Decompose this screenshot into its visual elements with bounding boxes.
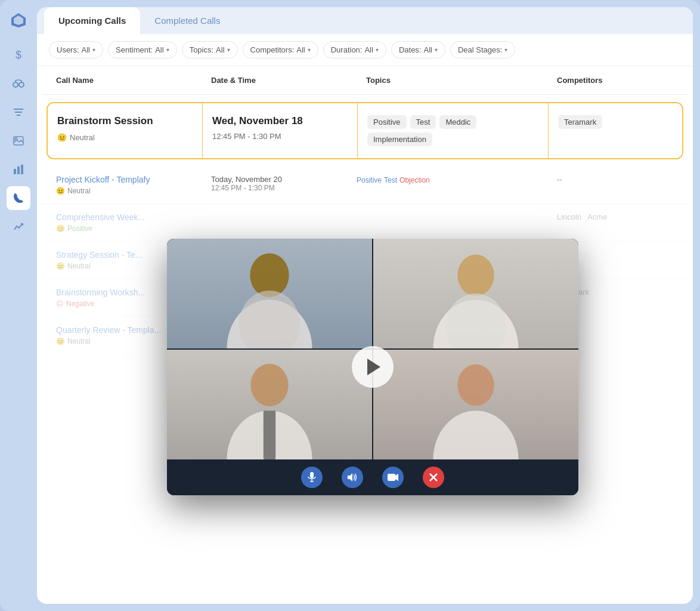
row2-competitors: Lincoln Acme (547, 204, 693, 241)
col-competitors: Competitors (552, 73, 693, 87)
competitor-teramark: Teramark (558, 115, 602, 129)
svg-marker-26 (348, 473, 352, 482)
col-call-name: Call Name (51, 73, 206, 87)
table-row[interactable]: Project Kickoff - Templafy 😐 Neutral Tod… (42, 166, 688, 204)
svg-point-15 (457, 255, 494, 297)
sidebar: $ (0, 0, 37, 611)
analytics-icon[interactable] (7, 215, 30, 239)
highlighted-topics-cell: Positive Test Meddic Implementation (358, 103, 549, 158)
filter-sentiment[interactable]: Sentiment: All ▾ (108, 41, 177, 58)
competitors-list: Teramark (558, 115, 683, 129)
dollar-icon[interactable]: $ (7, 43, 30, 67)
app-logo (8, 10, 29, 31)
row1-date-cell: Today, November 20 12:45 PM - 1:30 PM (202, 166, 357, 203)
highlighted-call-name-cell: Brainstorm Session 😐 Neutral (48, 103, 203, 158)
highlighted-time: 12:45 PM - 1:30 PM (212, 132, 348, 141)
row1-topic-objection: Objection (399, 175, 430, 186)
row1-topic-positive: Positive (357, 175, 382, 186)
video-overlay (167, 239, 578, 495)
filter-users[interactable]: Users: All ▾ (49, 41, 103, 58)
filter-topics[interactable]: Topics: All ▾ (182, 41, 238, 58)
row1-sentiment: 😐 Neutral (56, 187, 192, 195)
video-participant-2 (373, 239, 578, 348)
image-icon[interactable] (7, 129, 30, 153)
filters-bar: Users: All ▾ Sentiment: All ▾ Topics: Al… (37, 34, 693, 66)
filter-competitors[interactable]: Competitors: All ▾ (243, 41, 318, 58)
row1-name-cell: Project Kickoff - Templafy 😐 Neutral (47, 166, 202, 203)
speaker-button[interactable] (342, 467, 363, 488)
svg-point-2 (13, 82, 18, 87)
highlighted-date: Wed, November 18 (212, 115, 348, 127)
app-container: $ (0, 0, 700, 611)
col-topics: Topics (361, 73, 552, 87)
mic-button[interactable] (301, 467, 323, 488)
col-date-time: Date & Time (206, 73, 361, 87)
highlighted-call-name: Brainstorm Session (57, 115, 193, 127)
video-participant-3 (167, 350, 372, 459)
chevron-down-icon: ▾ (227, 47, 230, 53)
row1-competitors: -- (547, 166, 693, 203)
filter-dealstages[interactable]: Deal Stages: ▾ (450, 41, 515, 58)
phone-icon[interactable] (7, 186, 30, 210)
chevron-down-icon: ▾ (92, 47, 95, 53)
row2-topics (357, 204, 547, 241)
svg-point-14 (239, 291, 300, 348)
video-participant-4 (373, 350, 578, 459)
row1-topic-test: Test (384, 175, 397, 186)
row1-call-name: Project Kickoff - Templafy (56, 175, 192, 184)
svg-point-18 (250, 364, 288, 407)
highlighted-competitors-cell: Teramark (549, 103, 683, 158)
highlighted-sentiment: 😐 Neutral (57, 133, 193, 142)
camera-button[interactable] (382, 467, 404, 488)
end-call-button[interactable] (423, 467, 444, 488)
svg-point-3 (19, 82, 24, 87)
topic-positive: Positive (367, 115, 407, 129)
tab-completed[interactable]: Completed Calls (140, 7, 234, 34)
video-controls (167, 459, 578, 495)
svg-rect-9 (14, 169, 16, 174)
filter-icon[interactable] (7, 100, 30, 124)
svg-rect-23 (310, 472, 314, 478)
table-header: Call Name Date & Time Topics Competitors (42, 66, 688, 95)
topic-meddic: Meddic (439, 115, 476, 129)
table-row[interactable]: Comprehensive Week... 😊 Positive Lincoln… (42, 204, 688, 242)
svg-rect-27 (388, 474, 395, 481)
filter-duration[interactable]: Duration: All ▾ (323, 41, 386, 58)
chevron-down-icon: ▾ (376, 47, 379, 53)
row1-topics: Positive Test Objection (357, 166, 547, 203)
svg-rect-11 (21, 165, 23, 174)
row2-call-name: Comprehensive Week... (56, 212, 192, 222)
svg-point-17 (445, 294, 506, 348)
row2-sentiment: 😊 Positive (56, 224, 192, 233)
svg-point-21 (457, 365, 494, 406)
highlighted-row[interactable]: Brainstorm Session 😐 Neutral Wed, Novemb… (47, 102, 683, 159)
topic-implementation: Implementation (367, 132, 432, 146)
binoculars-icon[interactable] (7, 72, 30, 95)
bar-chart-icon[interactable] (7, 158, 30, 181)
filter-dates[interactable]: Dates: All ▾ (391, 41, 445, 58)
svg-marker-28 (395, 474, 398, 481)
highlighted-datetime-cell: Wed, November 18 12:45 PM - 1:30 PM (203, 103, 358, 158)
chevron-down-icon: ▾ (308, 47, 311, 53)
neutral-icon: 😐 (57, 133, 67, 142)
play-button[interactable] (352, 346, 394, 388)
svg-point-22 (433, 411, 518, 459)
topics-list: Positive Test Meddic Implementation (367, 115, 538, 146)
row2-date-cell (202, 204, 357, 241)
chevron-down-icon: ▾ (504, 47, 507, 53)
svg-rect-10 (17, 166, 20, 174)
topic-test: Test (410, 115, 436, 129)
row2-name-cell: Comprehensive Week... 😊 Positive (47, 204, 202, 241)
svg-rect-20 (264, 411, 275, 459)
video-participant-1 (167, 239, 372, 348)
play-icon (367, 359, 380, 375)
chevron-down-icon: ▾ (435, 47, 438, 53)
chevron-down-icon: ▾ (166, 47, 169, 53)
tabs-bar: Upcoming Calls Completed Calls (37, 7, 693, 34)
tab-upcoming[interactable]: Upcoming Calls (44, 7, 140, 34)
